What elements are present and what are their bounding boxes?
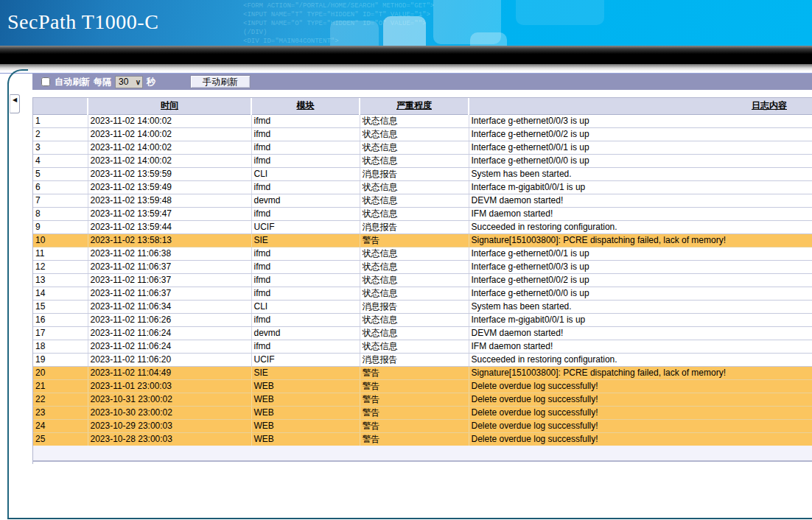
table-row: 12023-11-02 14:00:02ifmd状态信息Interface g-…: [33, 114, 812, 127]
cell-module: ifmd: [251, 141, 360, 154]
interval-select[interactable]: 30 ∨: [115, 76, 143, 88]
table-row: 162023-11-02 11:06:26ifmd状态信息Interface m…: [33, 313, 812, 326]
table-row: 142023-11-02 11:06:37ifmd状态信息Interface g…: [33, 287, 812, 300]
cell-message: Interface g-ethernet0/0/1 is up: [469, 141, 812, 154]
cell-time: 2023-11-02 11:06:24: [88, 326, 251, 340]
cell-module: WEB: [251, 379, 360, 393]
cell-time: 2023-11-02 11:06:37: [88, 287, 251, 300]
cell-no: 18: [33, 340, 88, 353]
cell-module: ifmd: [251, 180, 360, 194]
cell-module: ifmd: [251, 114, 360, 127]
cell-no: 16: [33, 313, 88, 326]
table-row: 32023-11-02 14:00:02ifmd状态信息Interface g-…: [33, 141, 812, 154]
manual-refresh-button[interactable]: 手动刷新: [190, 75, 251, 88]
table-row: 102023-11-02 13:58:13SIE警告Signature[1510…: [33, 233, 812, 247]
cell-severity: 警告: [360, 379, 469, 393]
cell-time: 2023-11-02 14:00:02: [88, 114, 251, 127]
cell-message: System has been started.: [469, 167, 812, 180]
column-header-module[interactable]: 模块: [251, 98, 360, 114]
cell-severity: 状态信息: [360, 194, 469, 207]
cell-message: Delete overdue log successfully!: [469, 432, 812, 446]
table-row: 182023-11-02 11:06:24ifmd状态信息IFM daemon …: [33, 340, 812, 353]
table-row: 22023-11-02 14:00:02ifmd状态信息Interface g-…: [33, 127, 812, 141]
cell-no: 6: [33, 180, 88, 194]
table-footer-band: [32, 446, 812, 462]
cell-no: 1: [33, 114, 88, 127]
cell-severity: 消息报告: [360, 167, 469, 180]
cell-no: 4: [33, 154, 88, 167]
header-divider-bar: [0, 46, 812, 64]
cell-time: 2023-11-02 11:06:37: [88, 260, 251, 273]
log-table-viewport: 时间 模块 严重程度 日志内容 12023-11-02 14:00:02ifmd…: [32, 97, 812, 464]
cell-module: ifmd: [251, 340, 360, 353]
cell-message: IFM daemon started!: [469, 207, 812, 220]
refresh-toolbar: 自动刷新 每隔 30 ∨ 秒 手动刷新: [32, 74, 812, 90]
column-header-index: [33, 98, 88, 114]
cell-module: ifmd: [251, 313, 360, 326]
cell-time: 2023-11-02 13:58:13: [88, 233, 251, 247]
cell-no: 10: [33, 233, 88, 247]
cell-message: Interface m-gigabit0/0/1 is up: [469, 313, 812, 326]
table-row: 112023-11-02 11:06:38ifmd状态信息Interface g…: [33, 247, 812, 260]
collapse-left-icon: ◀: [10, 96, 19, 105]
column-header-time[interactable]: 时间: [88, 98, 251, 114]
column-header-content[interactable]: 日志内容: [469, 98, 812, 114]
cell-module: WEB: [251, 432, 360, 446]
cell-time: 2023-11-02 11:06:37: [88, 273, 251, 287]
cell-module: ifmd: [251, 154, 360, 167]
cell-time: 2023-10-28 23:00:03: [88, 432, 251, 446]
cell-module: devmd: [251, 326, 360, 340]
banner-glow-shape: [330, 21, 379, 46]
header-shine-strip: [0, 64, 812, 74]
cell-message: IFM daemon started!: [469, 340, 812, 353]
table-row: 172023-11-02 11:06:24devmd状态信息DEVM daemo…: [33, 326, 812, 340]
cell-time: 2023-11-01 23:00:03: [88, 379, 251, 393]
cell-message: Interface g-ethernet0/0/1 is up: [469, 247, 812, 260]
cell-time: 2023-10-31 23:00:02: [88, 393, 251, 406]
cell-message: DEVM daemon started!: [469, 326, 812, 340]
auto-refresh-checkbox[interactable]: [41, 77, 50, 86]
cell-severity: 警告: [360, 393, 469, 406]
cell-time: 2023-11-02 11:06:24: [88, 340, 251, 353]
cell-severity: 状态信息: [360, 287, 469, 300]
cell-severity: 警告: [360, 406, 469, 419]
cell-no: 3: [33, 141, 88, 154]
log-page: <FORM ACTION="/PORTAL/HOME/SEARCH" METHO…: [0, 0, 812, 520]
cell-time: 2023-10-30 23:00:02: [88, 406, 251, 419]
table-row: 252023-10-28 23:00:03WEB警告Delete overdue…: [33, 432, 812, 446]
cell-module: WEB: [251, 406, 360, 419]
cell-severity: 警告: [360, 366, 469, 379]
cell-severity: 状态信息: [360, 141, 469, 154]
table-row: 42023-11-02 14:00:02ifmd状态信息Interface g-…: [33, 154, 812, 167]
cell-time: 2023-11-02 13:59:48: [88, 194, 251, 207]
cell-severity: 消息报告: [360, 353, 469, 366]
column-header-severity[interactable]: 严重程度: [360, 98, 469, 114]
interval-unit-label: 秒: [147, 76, 155, 88]
cell-severity: 状态信息: [360, 127, 469, 141]
auto-refresh-label: 自动刷新: [55, 76, 90, 88]
cell-module: ifmd: [251, 247, 360, 260]
banner-glow-shape: [470, 32, 507, 46]
product-title: SecPath T1000-C: [7, 10, 158, 34]
interval-value: 30: [119, 77, 128, 87]
cell-time: 2023-11-02 13:59:47: [88, 207, 251, 220]
table-row: 212023-11-01 23:00:03WEB警告Delete overdue…: [33, 379, 812, 393]
sidebar-collapse-handle[interactable]: ◀: [10, 94, 20, 113]
cell-module: ifmd: [251, 260, 360, 273]
cell-severity: 状态信息: [360, 114, 469, 127]
cell-time: 2023-11-02 14:00:02: [88, 141, 251, 154]
cell-module: CLI: [251, 167, 360, 180]
table-row: 122023-11-02 11:06:37ifmd状态信息Interface g…: [33, 260, 812, 273]
table-row: 52023-11-02 13:59:59CLI消息报告System has be…: [33, 167, 812, 180]
cell-no: 24: [33, 419, 88, 432]
cell-no: 5: [33, 167, 88, 180]
cell-time: 2023-11-02 13:59:59: [88, 167, 251, 180]
app-banner: <FORM ACTION="/PORTAL/HOME/SEARCH" METHO…: [0, 0, 812, 46]
table-row: 242023-10-29 23:00:03WEB警告Delete overdue…: [33, 419, 812, 432]
log-table: 时间 模块 严重程度 日志内容 12023-11-02 14:00:02ifmd…: [33, 98, 812, 446]
cell-no: 22: [33, 393, 88, 406]
cell-message: System has been started.: [469, 300, 812, 313]
cell-time: 2023-11-02 13:59:44: [88, 220, 251, 233]
banner-glow-shape: [383, 16, 426, 46]
cell-message: Delete overdue log successfully!: [469, 419, 812, 432]
